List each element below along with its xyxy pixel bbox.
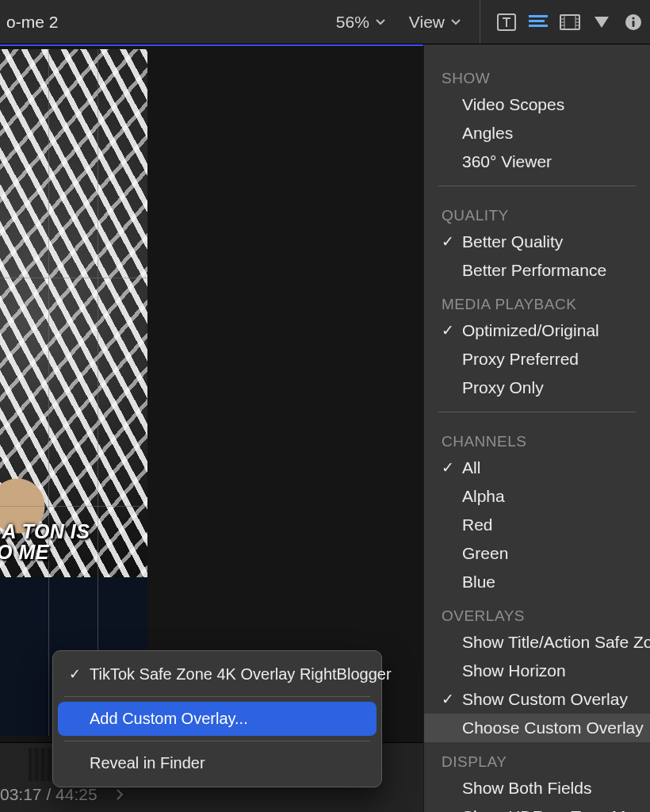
view-label: View [409,13,445,32]
timecode-separator: / [46,785,55,803]
menu-item-proxy-only[interactable]: Proxy Only [424,373,650,402]
top-toolbar: o-me 2 56% View [0,0,650,44]
menu-section-header: SHOW [424,59,650,90]
menu-separator [64,696,370,697]
menu-item-optimized-original[interactable]: Optimized/Original [424,316,650,345]
text-inspector-icon[interactable] [496,12,517,33]
timecode-total: 44:25 [55,785,98,803]
video-inspector-icon[interactable] [560,12,580,33]
rule-of-thirds-overlay [0,49,147,736]
timecode-display: 03:17 / 44:25 [0,785,124,804]
svg-rect-15 [633,21,635,27]
menu-item-show-hdr-tone-mapped[interactable]: Show HDR as Tone Mappe [424,802,650,812]
menu-item-video-scopes[interactable]: Video Scopes [424,90,650,119]
view-dropdown[interactable]: View [404,10,465,35]
viewer-panel: A TON IS O ME [0,44,423,742]
menu-separator [438,412,636,412]
custom-overlay-submenu: TikTok Safe Zone 4K Overlay RightBlogger… [52,650,382,787]
menu-section-header: OVERLAYS [424,596,650,628]
chevron-down-icon [451,17,461,27]
menu-item-channels-blue[interactable]: Blue [424,568,650,596]
menu-item-choose-custom-overlay[interactable]: Choose Custom Overlay [424,714,650,742]
timecode-current: 03:17 [0,785,42,803]
submenu-item-reveal-in-finder[interactable]: Reveal in Finder [58,746,377,780]
submenu-item-tiktok-overlay[interactable]: TikTok Safe Zone 4K Overlay RightBlogger [58,657,377,691]
menu-item-angles[interactable]: Angles [424,119,650,147]
chevron-down-icon [376,17,385,27]
menu-item-channels-alpha[interactable]: Alpha [424,482,650,511]
menu-item-better-quality[interactable]: Better Quality [424,228,650,256]
inspector-icon-bar [480,0,644,44]
svg-rect-1 [529,15,548,17]
menu-item-channels-green[interactable]: Green [424,539,650,568]
video-caption: A TON IS O ME [0,521,90,563]
info-inspector-icon[interactable] [623,12,644,33]
menu-section-header: MEDIA PLAYBACK [424,285,650,316]
menu-separator [438,186,636,186]
video-frame[interactable]: A TON IS O ME [0,49,147,736]
share-inspector-icon[interactable] [591,12,612,33]
menu-item-better-performance[interactable]: Better Performance [424,256,650,285]
view-menu-panel: SHOW Video Scopes Angles 360° Viewer QUA… [423,44,650,812]
menu-item-channels-red[interactable]: Red [424,511,650,539]
menu-item-show-both-fields[interactable]: Show Both Fields [424,774,650,802]
menu-section-header: QUALITY [424,196,650,228]
zoom-dropdown[interactable]: 56% [331,10,390,35]
menu-item-safe-zones[interactable]: Show Title/Action Safe Zo [424,628,650,657]
submenu-item-add-custom-overlay[interactable]: Add Custom Overlay... [58,702,377,736]
menu-item-show-horizon[interactable]: Show Horizon [424,657,650,685]
menu-item-360-viewer[interactable]: 360° Viewer [424,147,650,176]
menu-item-label: Choose Custom Overlay [462,718,644,737]
svg-rect-3 [529,25,548,27]
menu-section-header: DISPLAY [424,742,650,774]
chevron-right-icon[interactable] [115,785,124,804]
menu-section-header: CHANNELS [424,422,650,454]
menu-item-channels-all[interactable]: All [424,454,650,482]
svg-point-14 [632,17,634,19]
color-inspector-icon[interactable] [528,12,549,33]
menu-item-proxy-preferred[interactable]: Proxy Preferred [424,345,650,373]
menu-item-show-custom-overlay[interactable]: Show Custom Overlay [424,685,650,714]
svg-rect-2 [529,20,545,22]
menu-separator [64,741,370,741]
project-title: o-me 2 [6,13,58,32]
zoom-value: 56% [336,13,369,32]
